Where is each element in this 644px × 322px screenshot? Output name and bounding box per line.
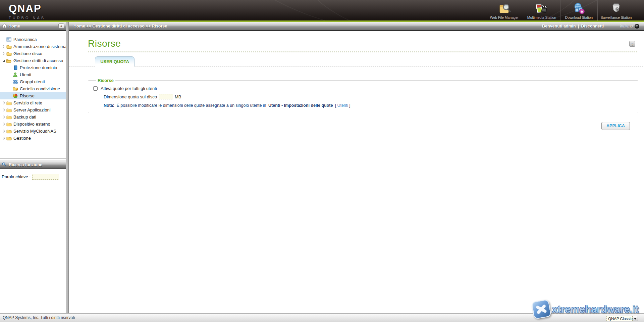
sidebar-title: Home [8,24,20,29]
enable-quota-label: Attiva quote per tutti gli utenti [101,86,157,91]
note-text: È possibile modificare le dimensioni del… [116,103,266,108]
users-link[interactable]: Utenti [337,103,348,108]
web-file-manager-icon [497,2,512,15]
quota-size-input[interactable] [159,94,173,99]
sidebar-item-gestione-disco[interactable]: Gestione disco [0,50,66,57]
sidebar-item-servizio-di-rete[interactable]: Servizio di rete [0,99,66,106]
folder-icon [6,44,12,49]
sidebar-item-backup-dati[interactable]: Backup dati [0,113,66,121]
sidebar-item-dispositivo-esterno[interactable]: Dispositivo esterno [0,121,66,128]
user-icon [12,72,18,77]
note-prefix: Nota: [104,103,114,108]
navigation-tree: PanoramicaAmministrazione di sistemaGest… [0,32,66,159]
keyword-label: Parola chiave : [2,174,31,179]
note-bracket: [ [335,103,336,108]
xtremehardware-watermark: xtremehardware.it [533,301,639,318]
language-selector[interactable]: Italiano [620,24,639,29]
caret-collapsed-icon [2,122,6,126]
sidebar-item-server-applicazioni[interactable]: Server Applicazioni [0,106,66,113]
note-bold-path: Utenti - Impostazioni delle quote [268,103,333,108]
sidebar-item-label: Servizio MyCloudNAS [13,129,56,134]
sidebar-collapse-button[interactable]: « [58,24,64,29]
sidebar-item-protezione-dominio[interactable]: Protezione dominio [0,64,66,71]
sidebar-header: Home « [0,22,66,31]
page-title: Risorse [88,38,637,49]
sidebar-item-label: Gestione [13,136,31,141]
qnap-logo: QNAP TURBO NAS [9,3,45,20]
keyword-input[interactable] [32,174,59,180]
caret-collapsed-icon [2,45,6,48]
title-separator [88,51,637,52]
tab-strip: USER QUOTA [69,56,644,66]
station-web-file-manager[interactable]: Web File Manager [486,0,523,20]
download-station-icon [572,2,586,15]
sidebar-item-gruppi-utenti[interactable]: Gruppi utenti [0,78,66,85]
caret-expanded-icon [2,59,6,62]
caret-collapsed-icon [2,108,6,112]
sidebar-item-servizio-mycloudnas[interactable]: Servizio MyCloudNAS [0,128,66,135]
qnap-logo-text: QNAP [9,3,45,15]
sidebar-item-label: Protezione dominio [20,65,57,70]
apply-row: APPLICA [69,122,630,130]
folder-icon [6,129,12,134]
quota-unit-label: MB [175,94,181,99]
enable-quota-checkbox[interactable] [93,86,98,91]
apply-button[interactable]: APPLICA [601,122,630,130]
caret-collapsed-icon [2,129,6,133]
main-content: ? Risorse USER QUOTA Risorse Attiva quot… [69,32,644,313]
folder-icon [6,136,12,141]
welcome-text: Benvenuti admin [542,24,576,29]
sidebar-item-cartella-condivisione[interactable]: Cartella condivisione [0,85,66,92]
keyword-row: Parola chiave : [0,174,66,180]
folder-icon [6,108,12,112]
home-icon [2,24,7,29]
folder-icon [6,51,12,56]
panel-splitter[interactable] [66,22,69,313]
caret-collapsed-icon [2,52,6,55]
sidebar-item-panoramica[interactable]: Panoramica [0,36,66,43]
breadcrumb: Home >> Gestione diritti di accesso >> R… [73,24,167,29]
sidebar-item-utenti[interactable]: Utenti [0,71,66,78]
sidebar-item-label: Risorse [20,93,35,98]
sidebar-item-risorse[interactable]: Risorse [0,92,66,99]
station-download-station[interactable]: Download Station [560,0,597,20]
user-group-icon [12,79,18,84]
note-row: Nota: È possibile modificare le dimensio… [104,103,638,108]
station-label: Multimedia Station [527,15,556,19]
sidebar-item-label: Gruppi utenti [20,79,45,84]
station-surveillance-station[interactable]: Surveillance Station [597,0,635,20]
function-search-title: Ricerca funzione [9,163,42,167]
book-icon [12,65,18,70]
station-label: Surveillance Station [601,15,632,19]
folder-icon [6,122,12,127]
sidebar-item-label: Gestione disco [13,51,42,56]
folder-open-icon [6,58,12,63]
tab-user-quota[interactable]: USER QUOTA [95,56,135,66]
sidebar-item-label: Utenti [20,72,31,77]
station-shortcuts: Web File ManagerMultimedia StationDownlo… [486,0,635,20]
resources-fieldset: Risorse Attiva quote per tutti gli utent… [88,78,638,113]
sidebar-item-gestione-diritti-di-accesso[interactable]: Gestione diritti di accesso [0,57,66,64]
surveillance-station-icon [609,2,623,15]
overview-icon [6,37,12,42]
sidebar-item-gestione[interactable]: Gestione [0,135,66,142]
sidebar-item-label: Panoramica [13,37,37,42]
sidebar-item-label: Backup dati [13,114,36,120]
folder-icon [6,101,12,105]
folder-icon [6,115,12,120]
copyright-text: QNAP Systems, Inc. Tutti i diritti riser… [3,315,75,320]
help-button[interactable]: ? [629,41,635,47]
multimedia-station-icon [535,2,549,15]
sidebar-item-amministrazione-di-sistema[interactable]: Amministrazione di sistema [0,43,66,50]
sidebar-item-label: Servizio di rete [13,100,42,105]
station-label: Download Station [565,15,593,19]
sidebar-item-label: Cartella condivisione [20,86,60,91]
watermark-text: xtremehardware.it [552,304,639,315]
top-banner: QNAP TURBO NAS Web File ManagerMultimedi… [0,0,644,20]
station-multimedia-station[interactable]: Multimedia Station [523,0,560,20]
language-dropdown-icon[interactable] [635,24,639,29]
breadcrumb-bar: Home >> Gestione diritti di accesso >> R… [69,22,644,31]
logout-link[interactable]: Disconnetti [581,24,604,29]
quota-size-row: Dimensione quota sul disco MB [104,94,638,99]
quota-size-label: Dimensione quota sul disco [104,94,157,99]
